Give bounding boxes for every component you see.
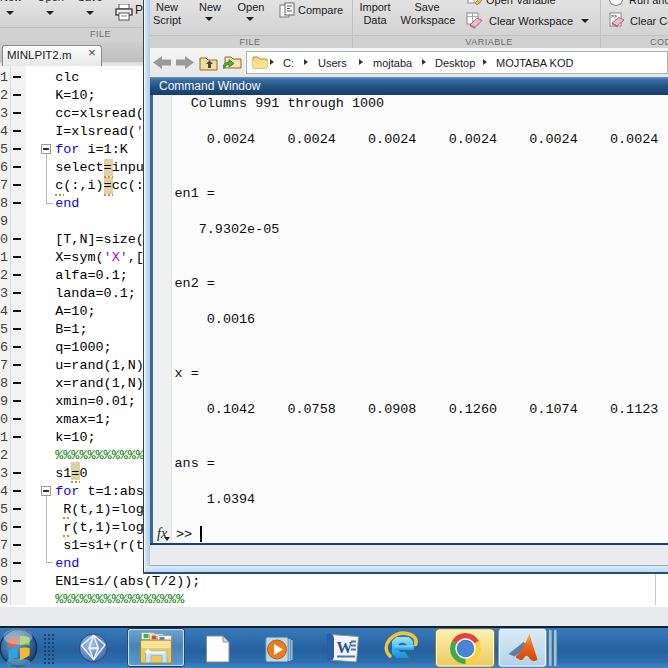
svg-text:W: W <box>337 639 353 656</box>
svg-text:>>: >> <box>611 13 617 19</box>
